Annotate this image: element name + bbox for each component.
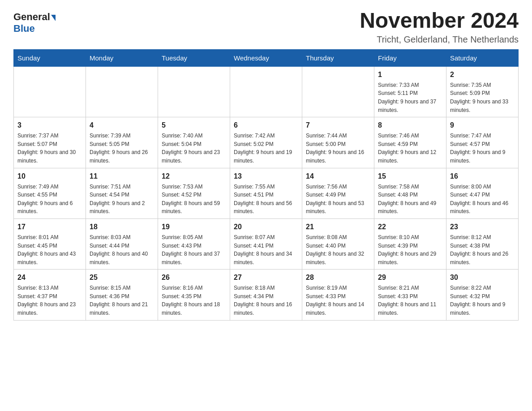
location-subtitle: Tricht, Gelderland, The Netherlands [360,34,519,45]
calendar-cell: 4Sunrise: 7:39 AM Sunset: 5:05 PM Daylig… [86,117,158,168]
calendar-table: SundayMondayTuesdayWednesdayThursdayFrid… [13,49,519,321]
day-number: 4 [90,120,154,131]
day-number: 5 [162,120,226,131]
weekday-header-saturday: Saturday [446,49,519,66]
day-info: Sunrise: 8:12 AM Sunset: 4:38 PM Dayligh… [450,233,515,266]
day-number: 17 [17,222,82,232]
calendar-cell: 24Sunrise: 8:13 AM Sunset: 4:37 PM Dayli… [14,270,86,320]
calendar-cell: 26Sunrise: 8:16 AM Sunset: 4:35 PM Dayli… [158,270,230,320]
weekday-header-thursday: Thursday [302,49,374,66]
logo-general-text: General [13,11,56,23]
logo: General Blue [13,9,56,34]
calendar-header: SundayMondayTuesdayWednesdayThursdayFrid… [14,49,519,66]
calendar-cell: 3Sunrise: 7:37 AM Sunset: 5:07 PM Daylig… [14,117,86,168]
calendar-cell: 7Sunrise: 7:44 AM Sunset: 5:00 PM Daylig… [302,117,374,168]
month-title: November 2024 [360,9,519,33]
calendar-cell: 11Sunrise: 7:51 AM Sunset: 4:54 PM Dayli… [86,168,158,218]
calendar-cell: 12Sunrise: 7:53 AM Sunset: 4:52 PM Dayli… [158,168,230,218]
calendar-cell [158,66,230,117]
calendar-cell: 19Sunrise: 8:05 AM Sunset: 4:43 PM Dayli… [158,218,230,269]
calendar-cell: 21Sunrise: 8:08 AM Sunset: 4:40 PM Dayli… [302,218,374,269]
day-info: Sunrise: 8:16 AM Sunset: 4:35 PM Dayligh… [162,284,226,317]
calendar-cell: 2Sunrise: 7:35 AM Sunset: 5:09 PM Daylig… [446,66,519,117]
day-info: Sunrise: 7:55 AM Sunset: 4:51 PM Dayligh… [234,183,298,216]
day-info: Sunrise: 7:44 AM Sunset: 5:00 PM Dayligh… [306,132,370,165]
calendar-cell [14,66,86,117]
day-number: 23 [450,222,515,232]
calendar-cell: 25Sunrise: 8:15 AM Sunset: 4:36 PM Dayli… [86,270,158,320]
day-info: Sunrise: 7:37 AM Sunset: 5:07 PM Dayligh… [17,132,82,165]
day-number: 16 [450,171,515,182]
day-info: Sunrise: 8:19 AM Sunset: 4:33 PM Dayligh… [306,284,370,317]
day-number: 15 [378,171,442,182]
calendar-cell [230,66,302,117]
page-header: General Blue November 2024 Tricht, Gelde… [13,9,519,45]
day-number: 27 [234,272,298,283]
day-number: 28 [306,272,370,283]
calendar-cell: 6Sunrise: 7:42 AM Sunset: 5:02 PM Daylig… [230,117,302,168]
logo-arrow-icon [51,15,56,21]
day-info: Sunrise: 7:51 AM Sunset: 4:54 PM Dayligh… [90,183,154,216]
calendar-cell: 16Sunrise: 8:00 AM Sunset: 4:47 PM Dayli… [446,168,519,218]
day-info: Sunrise: 7:35 AM Sunset: 5:09 PM Dayligh… [450,81,515,114]
weekday-header-sunday: Sunday [14,49,86,66]
calendar-cell: 29Sunrise: 8:21 AM Sunset: 4:33 PM Dayli… [374,270,446,320]
day-info: Sunrise: 7:46 AM Sunset: 4:59 PM Dayligh… [378,132,442,165]
weekday-header-tuesday: Tuesday [158,49,230,66]
day-info: Sunrise: 7:56 AM Sunset: 4:49 PM Dayligh… [306,183,370,216]
calendar-cell: 13Sunrise: 7:55 AM Sunset: 4:51 PM Dayli… [230,168,302,218]
calendar-cell: 17Sunrise: 8:01 AM Sunset: 4:45 PM Dayli… [14,218,86,269]
weekday-header-row: SundayMondayTuesdayWednesdayThursdayFrid… [14,49,519,66]
day-number: 19 [162,222,226,232]
day-number: 22 [378,222,442,232]
calendar-cell: 14Sunrise: 7:56 AM Sunset: 4:49 PM Dayli… [302,168,374,218]
day-number: 25 [90,272,154,283]
day-number: 30 [450,272,515,283]
day-number: 24 [17,272,82,283]
day-number: 26 [162,272,226,283]
day-number: 29 [378,272,442,283]
day-info: Sunrise: 7:39 AM Sunset: 5:05 PM Dayligh… [90,132,154,165]
day-info: Sunrise: 7:58 AM Sunset: 4:48 PM Dayligh… [378,183,442,216]
calendar-cell: 9Sunrise: 7:47 AM Sunset: 4:57 PM Daylig… [446,117,519,168]
calendar-week-1: 1Sunrise: 7:33 AM Sunset: 5:11 PM Daylig… [14,66,519,117]
day-info: Sunrise: 7:49 AM Sunset: 4:55 PM Dayligh… [17,183,82,216]
logo-blue-text: Blue [13,23,35,34]
day-info: Sunrise: 8:05 AM Sunset: 4:43 PM Dayligh… [162,233,226,266]
calendar-cell: 8Sunrise: 7:46 AM Sunset: 4:59 PM Daylig… [374,117,446,168]
calendar-week-4: 17Sunrise: 8:01 AM Sunset: 4:45 PM Dayli… [14,218,519,269]
day-number: 3 [17,120,82,131]
day-number: 8 [378,120,442,131]
day-info: Sunrise: 8:08 AM Sunset: 4:40 PM Dayligh… [306,233,370,266]
day-number: 10 [17,171,82,182]
day-number: 7 [306,120,370,131]
day-number: 12 [162,171,226,182]
day-number: 21 [306,222,370,232]
day-number: 20 [234,222,298,232]
weekday-header-wednesday: Wednesday [230,49,302,66]
day-info: Sunrise: 7:33 AM Sunset: 5:11 PM Dayligh… [378,81,442,114]
calendar-week-5: 24Sunrise: 8:13 AM Sunset: 4:37 PM Dayli… [14,270,519,320]
day-info: Sunrise: 8:07 AM Sunset: 4:41 PM Dayligh… [234,233,298,266]
calendar-cell: 22Sunrise: 8:10 AM Sunset: 4:39 PM Dayli… [374,218,446,269]
day-info: Sunrise: 7:47 AM Sunset: 4:57 PM Dayligh… [450,132,515,165]
calendar-cell: 20Sunrise: 8:07 AM Sunset: 4:41 PM Dayli… [230,218,302,269]
day-info: Sunrise: 8:01 AM Sunset: 4:45 PM Dayligh… [17,233,82,266]
day-number: 18 [90,222,154,232]
day-info: Sunrise: 8:13 AM Sunset: 4:37 PM Dayligh… [17,284,82,317]
calendar-cell: 30Sunrise: 8:22 AM Sunset: 4:32 PM Dayli… [446,270,519,320]
day-number: 9 [450,120,515,131]
day-info: Sunrise: 8:10 AM Sunset: 4:39 PM Dayligh… [378,233,442,266]
day-info: Sunrise: 7:40 AM Sunset: 5:04 PM Dayligh… [162,132,226,165]
calendar-week-3: 10Sunrise: 7:49 AM Sunset: 4:55 PM Dayli… [14,168,519,218]
calendar-week-2: 3Sunrise: 7:37 AM Sunset: 5:07 PM Daylig… [14,117,519,168]
day-info: Sunrise: 8:21 AM Sunset: 4:33 PM Dayligh… [378,284,442,317]
calendar-cell: 27Sunrise: 8:18 AM Sunset: 4:34 PM Dayli… [230,270,302,320]
calendar-cell: 5Sunrise: 7:40 AM Sunset: 5:04 PM Daylig… [158,117,230,168]
calendar-cell [302,66,374,117]
calendar-cell: 1Sunrise: 7:33 AM Sunset: 5:11 PM Daylig… [374,66,446,117]
day-number: 13 [234,171,298,182]
day-info: Sunrise: 8:03 AM Sunset: 4:44 PM Dayligh… [90,233,154,266]
day-number: 1 [378,69,442,80]
calendar-body: 1Sunrise: 7:33 AM Sunset: 5:11 PM Daylig… [14,66,519,320]
